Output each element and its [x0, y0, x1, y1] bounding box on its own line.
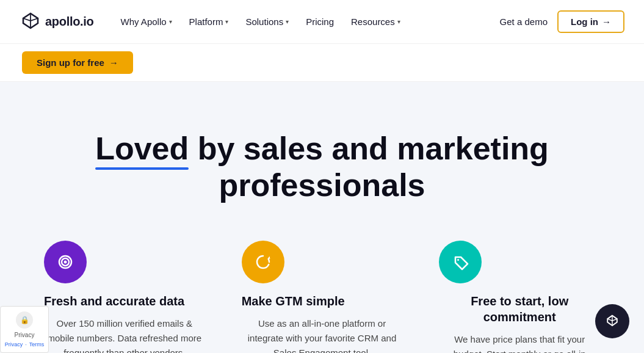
- chevron-down-icon: ▾: [225, 18, 228, 25]
- feature-desc-pricing: We have price plans that fit your budget…: [439, 332, 600, 353]
- gtm-icon: [242, 241, 284, 283]
- apollo-logo-icon: [20, 11, 42, 33]
- chevron-down-icon: ▾: [286, 18, 289, 25]
- signup-bar: Sign up for free →: [0, 44, 644, 82]
- feature-card-pricing: Free to start, low commitment We have pr…: [439, 241, 600, 353]
- nav-item-resources[interactable]: Resources ▾: [344, 12, 408, 32]
- refresh-icon: [253, 252, 273, 272]
- header: apollo.io Why Apollo ▾ Platform ▾ Soluti…: [0, 0, 644, 44]
- arrow-right-icon: →: [602, 16, 611, 27]
- svg-point-3: [64, 260, 67, 263]
- logo-text: apollo.io: [45, 15, 94, 29]
- feature-desc-data: Over 150 million verified emails & mobil…: [44, 316, 205, 353]
- header-actions: Get a demo Log in →: [500, 10, 624, 33]
- chevron-down-icon: ▾: [397, 18, 400, 25]
- hero-section: Loved by sales and marketing professiona…: [0, 82, 644, 353]
- signup-button[interactable]: Sign up for free →: [22, 51, 133, 74]
- cookie-links: Privacy · Terms: [5, 341, 45, 348]
- svg-point-4: [457, 259, 459, 261]
- pricing-icon: [439, 241, 482, 283]
- feature-title-data: Fresh and accurate data: [44, 293, 184, 309]
- cookie-banner: 🔒 Privacy Privacy · Terms: [0, 306, 49, 353]
- nav-item-solutions[interactable]: Solutions ▾: [238, 12, 296, 32]
- feature-title-gtm: Make GTM simple: [242, 293, 345, 309]
- get-demo-link[interactable]: Get a demo: [500, 16, 548, 27]
- cookie-privacy-text: Privacy: [15, 331, 35, 339]
- nav-item-platform[interactable]: Platform ▾: [182, 12, 236, 32]
- apollo-fab-icon: [604, 313, 621, 330]
- privacy-link[interactable]: Privacy: [5, 341, 23, 348]
- chevron-down-icon: ▾: [169, 18, 172, 25]
- nav-item-why-apollo[interactable]: Why Apollo ▾: [114, 12, 179, 32]
- tag-icon: [450, 252, 471, 272]
- feature-title-pricing: Free to start, low commitment: [439, 293, 600, 325]
- fab-button[interactable]: [595, 304, 629, 338]
- feature-desc-gtm: Use as an all-in-one platform or integra…: [242, 316, 403, 353]
- target-icon: [55, 252, 76, 272]
- feature-card-gtm: Make GTM simple Use as an all-in-one pla…: [242, 241, 403, 353]
- hero-title-highlight: Loved: [95, 131, 189, 167]
- data-icon: [44, 241, 87, 283]
- feature-card-data: Fresh and accurate data Over 150 million…: [44, 241, 205, 353]
- main-nav: Why Apollo ▾ Platform ▾ Solutions ▾ Pric…: [114, 12, 500, 32]
- cookie-logo: 🔒: [16, 311, 33, 329]
- login-button[interactable]: Log in →: [557, 10, 624, 33]
- features-row: Fresh and accurate data Over 150 million…: [20, 241, 624, 353]
- arrow-right-icon: →: [109, 57, 118, 68]
- terms-link[interactable]: Terms: [29, 341, 45, 348]
- logo-link[interactable]: apollo.io: [20, 11, 94, 33]
- hero-title: Loved by sales and marketing professiona…: [48, 131, 597, 204]
- nav-item-pricing[interactable]: Pricing: [298, 12, 341, 32]
